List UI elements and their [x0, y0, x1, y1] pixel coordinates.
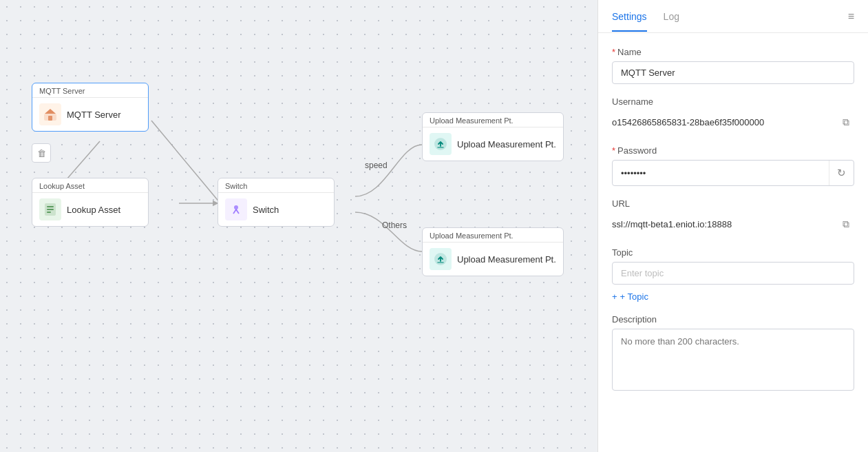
canvas[interactable]: MQTT Server MQTT Server 🗑 Lookup Asset [0, 0, 597, 452]
upload-node-top[interactable]: Upload Measurement Pt. Upload Measuremen… [422, 112, 564, 161]
switch-node-label: Switch [253, 205, 279, 215]
url-label: URL [612, 198, 854, 209]
name-field-group: * Name [612, 47, 854, 84]
description-label: Description [612, 314, 854, 325]
lookup-node-icon [39, 198, 61, 220]
username-value: o15426865865831-28bae6f35f000000 [612, 117, 832, 127]
edge-label-speed: speed [365, 161, 388, 170]
topic-label: Topic [612, 247, 854, 258]
add-topic-label: + Topic [620, 291, 648, 302]
switch-node[interactable]: Switch Switch [218, 178, 335, 227]
add-topic-button[interactable]: + + Topic [612, 291, 648, 302]
lookup-node-label: Lookup Asset [67, 205, 120, 215]
upload-node-top-label: Upload Measurement Pt. [457, 139, 556, 150]
username-field-group: Username o15426865865831-28bae6f35f00000… [612, 96, 854, 133]
copy-username-button[interactable]: ⧉ [838, 114, 854, 130]
delete-button[interactable]: 🗑 [32, 143, 51, 163]
menu-icon[interactable]: ≡ [848, 10, 854, 23]
name-input[interactable] [612, 61, 854, 84]
svg-rect-4 [48, 116, 52, 121]
upload-node-bottom-icon [430, 248, 452, 270]
password-field-group: * Password ↻ [612, 145, 854, 186]
svg-rect-6 [47, 206, 54, 207]
switch-node-icon [225, 198, 247, 220]
mqtt-node-icon [39, 103, 61, 125]
copy-url-button[interactable]: ⧉ [838, 216, 854, 232]
copy-icon: ⧉ [843, 116, 849, 128]
tab-log[interactable]: Log [664, 1, 679, 32]
username-value-row: o15426865865831-28bae6f35f000000 ⧉ [612, 111, 854, 133]
svg-line-1 [151, 121, 220, 203]
topic-field-group: Topic + + Topic [612, 247, 854, 302]
lookup-node-header: Lookup Asset [32, 178, 148, 193]
description-textarea[interactable] [612, 329, 854, 391]
url-value-row: ssl://mqtt-beta1.eniot.io:18888 ⧉ [612, 213, 854, 235]
refresh-password-button[interactable]: ↻ [829, 161, 854, 185]
svg-line-10 [233, 209, 236, 214]
name-label: * Name [612, 47, 854, 57]
url-value: ssl://mqtt-beta1.eniot.io:18888 [612, 219, 832, 229]
upload-node-bottom-label: Upload Measurement Pt. [457, 254, 556, 265]
topic-input[interactable] [612, 262, 854, 285]
username-label: Username [612, 96, 854, 107]
delete-icon: 🗑 [37, 148, 46, 158]
mqtt-node[interactable]: MQTT Server MQTT Server [32, 83, 149, 132]
copy-url-icon: ⧉ [843, 218, 849, 230]
url-field-group: URL ssl://mqtt-beta1.eniot.io:18888 ⧉ [612, 198, 854, 235]
password-input[interactable] [613, 163, 829, 184]
svg-point-9 [234, 205, 238, 209]
svg-line-11 [236, 209, 239, 214]
upload-node-bottom[interactable]: Upload Measurement Pt. Upload Measuremen… [422, 227, 564, 276]
upload-node-top-icon [430, 133, 452, 155]
password-row: ↻ [612, 160, 854, 186]
settings-panel: Settings Log ≡ * Name Username o15426865… [597, 0, 868, 452]
upload-node-top-header: Upload Measurement Pt. [423, 113, 563, 127]
switch-node-header: Switch [218, 178, 334, 193]
edge-label-others: Others [382, 220, 407, 230]
upload-node-bottom-header: Upload Measurement Pt. [423, 228, 563, 243]
password-label: * Password [612, 145, 854, 156]
tabs-bar: Settings Log ≡ [598, 0, 868, 33]
svg-rect-8 [47, 212, 51, 213]
description-field-group: Description [612, 314, 854, 393]
mqtt-node-label: MQTT Server [67, 110, 121, 120]
lookup-node[interactable]: Lookup Asset Lookup Asset [32, 178, 149, 227]
plus-icon: + [612, 291, 617, 302]
mqtt-node-header: MQTT Server [32, 83, 148, 98]
svg-rect-7 [47, 209, 54, 210]
tab-settings[interactable]: Settings [612, 1, 647, 32]
settings-content: * Name Username o15426865865831-28bae6f3… [598, 33, 868, 452]
refresh-icon: ↻ [837, 167, 846, 179]
